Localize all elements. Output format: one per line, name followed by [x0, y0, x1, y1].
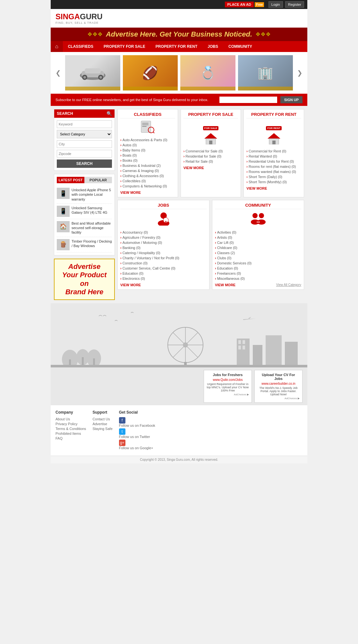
list-item[interactable]: Rooms for rent (flat mates) (0) [246, 164, 301, 169]
footer-ad-choices-1[interactable]: AdChoices ▶ [257, 397, 300, 400]
list-item[interactable]: Collectibles (0) [120, 178, 175, 184]
list-item[interactable]: Catering / Hospitality (0) [120, 250, 207, 255]
social-twitter[interactable]: t Follow us on Twitter [119, 428, 155, 439]
list-item[interactable]: Business & Industrial (2) [120, 163, 175, 168]
list-item[interactable]: Short Term (Daily) (0) [246, 174, 301, 179]
list-item[interactable]: Miscellaneous (0) [215, 276, 301, 281]
login-button[interactable]: Login [268, 1, 283, 8]
carousel-prev[interactable]: ❮ [54, 69, 63, 77]
list-item[interactable]: Short Term (Monthly) (0) [246, 179, 301, 185]
city-input[interactable] [57, 140, 112, 148]
zipcode-input[interactable] [57, 150, 112, 158]
search-title: SEARCH [57, 111, 73, 116]
view-all-categories[interactable]: View All Category [276, 283, 301, 287]
nav-community[interactable]: COMMUNITY [223, 41, 257, 52]
ad-banner[interactable]: ❖❖❖ Advertise Here. Get Your Business No… [51, 28, 307, 41]
list-item[interactable]: Commercial for Rent (0) [246, 149, 301, 154]
footer-ad-0[interactable]: Jobs for Freshers www.Quikr.com/Jobs Urg… [204, 370, 252, 403]
list-item[interactable]: Banking (0) [120, 245, 207, 250]
property-sale-view-more[interactable]: VIEW MORE [183, 166, 238, 170]
list-item[interactable]: Domestic Services (0) [215, 261, 301, 266]
list-item[interactable]: Autos (0) [120, 142, 175, 148]
footer-link[interactable]: Privacy Policy [55, 422, 86, 426]
carousel-item-0[interactable] [65, 55, 120, 90]
carousel-item-1[interactable]: 🏈 [123, 55, 178, 90]
list-item[interactable]: Electronics (0) [120, 276, 207, 281]
nav-jobs[interactable]: JOBS [202, 41, 223, 52]
list-item[interactable]: Clubs (0) [215, 255, 301, 261]
post-title-1[interactable]: Unlocked Samsung Galaxy SIV (4) LTE 4G [72, 206, 112, 217]
tab-latest[interactable]: LATEST POST [57, 177, 84, 183]
list-item[interactable]: Commercial for Sale (0) [183, 149, 238, 154]
list-item[interactable]: Education (0) [120, 271, 207, 276]
list-item[interactable]: Customer Service, Call Centre (0) [120, 266, 207, 271]
keyword-input[interactable] [57, 120, 112, 128]
list-item[interactable]: Retail for Sale (0) [183, 159, 238, 164]
list-item[interactable]: Agriculture / Forestry (0) [120, 235, 207, 240]
list-item[interactable]: Construction (0) [120, 261, 207, 266]
post-thumb-2: 🏠 [57, 221, 70, 232]
list-item[interactable]: Clothing & Accessories (0) [120, 173, 175, 178]
advertise-sidebar-box[interactable]: Advertise Your Product on Brand Here [54, 259, 115, 300]
category-select[interactable]: Select Category [57, 130, 112, 138]
newsletter-button[interactable]: SIGN UP [280, 96, 303, 103]
logo[interactable]: SINGAGURU FIND, BUY, SELL & TRADE [55, 12, 103, 24]
carousel-item-3[interactable]: 🏢 [238, 55, 293, 90]
footer-ad-1[interactable]: Upload Your CV For Jobs www.careerbuilde… [254, 370, 303, 403]
property-rent-view-more[interactable]: VIEW MORE [246, 186, 301, 190]
list-item[interactable]: Accountancy (0) [120, 230, 207, 235]
carousel-next[interactable]: ❯ [295, 69, 304, 77]
list-item[interactable]: Automotive / Motoring (0) [120, 240, 207, 245]
list-item[interactable]: Boats (0) [120, 153, 175, 158]
post-title-0[interactable]: Unlocked Apple iPhone 5 with complete Lo… [72, 188, 112, 202]
list-item[interactable]: Residential for Sale (0) [183, 154, 238, 159]
list-item[interactable]: Artists (0) [215, 235, 301, 240]
footer-ad-choices-0[interactable]: AdChoices ▶ [207, 393, 249, 396]
list-item[interactable]: Activities (0) [215, 230, 301, 235]
footer-link[interactable]: About Us [55, 417, 86, 421]
classifieds-view-more[interactable]: VIEW MORE [120, 191, 175, 194]
nav-property-rent[interactable]: PROPERTY FOR RENT [150, 41, 202, 52]
search-button[interactable]: SEARCH [57, 159, 112, 168]
nav-home[interactable]: ⌂ [51, 41, 63, 52]
list-item[interactable]: Auto Accessories & Parts (0) [120, 137, 175, 142]
svg-rect-47 [243, 346, 245, 349]
tab-popular[interactable]: POPULAR [84, 177, 112, 183]
post-title-2[interactable]: Best and Most affordable secured self-st… [72, 221, 112, 235]
nav-property-sale[interactable]: PROPERTY FOR SALE [98, 41, 150, 52]
list-item[interactable]: Car Lift (0) [215, 240, 301, 245]
list-item[interactable]: Residential Units for Rent (0) [246, 159, 301, 164]
footer-link[interactable]: Advertise [92, 422, 112, 426]
svg-rect-2 [85, 68, 101, 73]
jobs-view-more[interactable]: VIEW MORE [120, 283, 207, 287]
main-content: SEARCH 🔍 Select Category SEARCH LATEST P… [51, 106, 307, 303]
list-item[interactable]: Childcare (0) [215, 245, 301, 250]
nav-classifieds[interactable]: CLASSIFIEDS [63, 41, 98, 52]
list-item[interactable]: Classes (2) [215, 250, 301, 255]
place-ad-button[interactable]: PLACE AN AD [225, 2, 254, 7]
list-item[interactable]: Education (0) [215, 266, 301, 271]
newsletter-input[interactable] [219, 97, 277, 103]
register-button[interactable]: Register [285, 1, 304, 8]
list-item[interactable]: Books (0) [120, 158, 175, 163]
social-googleplus[interactable]: g+ Follow us on Google+ [119, 440, 155, 450]
footer-link[interactable]: Staying Safe [92, 427, 112, 431]
post-title-3[interactable]: Timber Flooring / Decking / Bay Windows [72, 239, 112, 250]
footer-link[interactable]: Prohibited Items [55, 432, 86, 435]
post-thumb-1: 📱 [57, 206, 70, 217]
footer-link[interactable]: Terms & Conditions [55, 427, 86, 431]
list-item[interactable]: Baby Items (0) [120, 148, 175, 153]
list-item[interactable]: Charity / Voluntary / Not for Profit (0) [120, 255, 207, 261]
sports-thumbnail: 🏈 [123, 55, 178, 90]
footer-social-title: Get Social [119, 410, 155, 415]
list-item[interactable]: Cameras & Imaging (0) [120, 168, 175, 173]
footer-link[interactable]: FAQ [55, 436, 86, 440]
list-item[interactable]: Computers & Networking (0) [120, 184, 175, 189]
list-item[interactable]: Rental Wanted (0) [246, 154, 301, 159]
social-facebook[interactable]: f Follow us on Facebook [119, 417, 155, 427]
carousel-item-2[interactable]: 💍 [180, 55, 235, 90]
footer-link[interactable]: Contact Us [92, 417, 112, 421]
list-item[interactable]: Rooms wanted (flat mates) (0) [246, 169, 301, 174]
community-view-more[interactable]: VIEW MORE [215, 283, 235, 287]
list-item[interactable]: Freelancers (0) [215, 271, 301, 276]
